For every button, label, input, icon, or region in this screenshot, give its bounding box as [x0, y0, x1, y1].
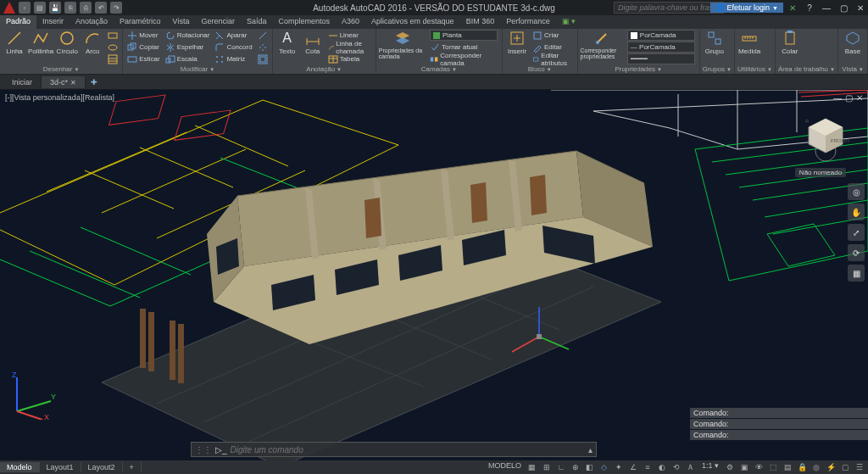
tab-saida[interactable]: Saída — [241, 15, 273, 29]
ortho-icon[interactable]: ∟ — [554, 461, 568, 473]
tab-anotacao[interactable]: Anotação — [70, 15, 114, 29]
texto-button[interactable]: ATexto — [275, 30, 299, 64]
customize-icon[interactable]: ☰ — [853, 461, 866, 473]
qat-open-icon[interactable]: ▤ — [34, 2, 46, 14]
base-button[interactable]: Base — [841, 30, 865, 64]
tab-file-active[interactable]: 3d-c* ✕ — [42, 76, 86, 88]
tab-vista[interactable]: Vista — [167, 15, 196, 29]
tab-aplicativos[interactable]: Aplicativos em destaque — [365, 15, 460, 29]
colar-button[interactable]: Colar — [778, 30, 802, 64]
qat-new-icon[interactable]: ▫ — [19, 2, 31, 14]
app-logo-icon[interactable] — [3, 2, 15, 14]
qat-saveas-icon[interactable]: ⎘ — [64, 2, 76, 14]
add-layout-button[interactable]: + — [123, 462, 142, 472]
tab-complementos[interactable]: Complementos — [273, 15, 337, 29]
polar-icon[interactable]: ⊕ — [569, 461, 582, 473]
close-button[interactable]: ✕ — [853, 1, 868, 14]
esticar-button[interactable]: Esticar — [125, 53, 161, 64]
mod-extra3-button[interactable] — [256, 53, 270, 64]
aparar-button[interactable]: Aparar — [213, 30, 253, 41]
mod-extra1-button[interactable] — [256, 30, 270, 41]
concord-button[interactable]: Concord — [213, 42, 253, 53]
lock-icon[interactable]: 🔒 — [795, 461, 809, 473]
minimize-button[interactable]: — — [819, 1, 834, 14]
help-search-input[interactable] — [614, 2, 724, 14]
hw-icon[interactable]: ⚡ — [824, 461, 837, 473]
layout-tab-2[interactable]: Layout2 — [81, 462, 123, 472]
linetype-combo[interactable]: ━━━━ — [627, 53, 695, 64]
snap-icon[interactable]: ⊞ — [540, 461, 554, 473]
tab-bim360[interactable]: BIM 360 — [460, 15, 501, 29]
transparency-icon[interactable]: ◐ — [655, 461, 669, 473]
help-icon[interactable]: ? — [802, 1, 817, 14]
copiar-button[interactable]: Copiar — [125, 42, 161, 53]
cycle-icon[interactable]: ⟲ — [670, 461, 683, 473]
cmd-expand-icon[interactable]: ▴ — [588, 445, 593, 454]
mod-extra2-button[interactable] — [256, 42, 270, 53]
add-tab-button[interactable]: ✚ — [86, 76, 103, 88]
nav-view-badge[interactable]: Não nomeado — [795, 168, 846, 177]
layout-tab-model[interactable]: Modelo — [0, 462, 40, 472]
scale-text[interactable]: 1:1 ▾ — [698, 461, 722, 473]
grid-icon[interactable]: ▦ — [526, 461, 539, 473]
orbit-icon[interactable]: ⟳ — [848, 244, 865, 261]
clean-icon[interactable]: ▢ — [838, 461, 852, 473]
color-combo[interactable]: PorCamada — [627, 30, 695, 41]
escala-button[interactable]: Escala — [164, 53, 212, 64]
pan-icon[interactable]: ✋ — [848, 204, 865, 220]
editar-atributos-button[interactable]: Editar atributos — [531, 53, 574, 64]
cota-button[interactable]: Cota — [301, 30, 325, 64]
tabela-button[interactable]: Tabela — [326, 53, 373, 64]
layer-combo[interactable]: Planta — [430, 30, 498, 41]
tab-expander-icon[interactable]: ▣ ▾ — [556, 15, 582, 29]
viewcube[interactable]: FRONTAL ⌂ — [802, 114, 849, 161]
exchange-icon[interactable]: ✕ — [785, 1, 800, 14]
otrack-icon[interactable]: ∠ — [626, 461, 640, 473]
matriz-button[interactable]: Matriz — [213, 53, 253, 64]
tab-performance[interactable]: Performance — [500, 15, 556, 29]
command-input[interactable] — [231, 445, 585, 454]
showmotion-icon[interactable]: ▦ — [848, 265, 865, 282]
login-button[interactable]: 👤Efetuar login▼ — [710, 3, 783, 13]
propriedades-camada-button[interactable]: Propriedades da camada — [379, 30, 426, 64]
annotation-icon[interactable]: Ａ — [684, 461, 698, 473]
workspace-icon[interactable]: ▣ — [737, 461, 751, 473]
ellipse-button[interactable] — [106, 42, 120, 53]
isolate-icon[interactable]: ◎ — [810, 461, 823, 473]
tab-gerenciar[interactable]: Gerenciar — [195, 15, 241, 29]
status-model-label[interactable]: MODELO — [485, 461, 525, 473]
osnap-icon[interactable]: ◇ — [598, 461, 611, 473]
quickprops-icon[interactable]: ▤ — [781, 461, 794, 473]
maximize-button[interactable]: ▢ — [836, 1, 851, 14]
chamada-button[interactable]: Linha de chamada — [326, 42, 373, 53]
zoom-icon[interactable]: ⤢ — [848, 224, 865, 241]
medida-button[interactable]: Medida — [737, 30, 761, 64]
qat-save-icon[interactable]: 💾 — [49, 2, 61, 14]
criar-button[interactable]: Criar — [531, 30, 574, 41]
circulo-button[interactable]: Círculo — [55, 30, 79, 64]
corresponder-camada-button[interactable]: Corresponder camada — [428, 53, 499, 64]
units-icon[interactable]: ⬚ — [766, 461, 780, 473]
lwt-icon[interactable]: ≡ — [641, 461, 654, 473]
arco-button[interactable]: Arco — [81, 30, 104, 64]
iso-icon[interactable]: ◧ — [583, 461, 597, 473]
qat-undo-icon[interactable]: ↶ — [95, 2, 107, 14]
polilinha-button[interactable]: Polilinha — [28, 30, 53, 64]
viewport[interactable]: [-][Vista personalizada][Realista] — ▢ ✕ — [0, 90, 868, 460]
lineweight-combo[interactable]: — PorCamada — [627, 42, 695, 53]
cmd-handle-icon[interactable]: ⋮⋮ — [195, 445, 212, 454]
espelhar-button[interactable]: Espelhar — [164, 42, 212, 53]
rect-button[interactable] — [106, 30, 120, 41]
linha-button[interactable]: Linha — [3, 30, 26, 64]
steering-wheel-icon[interactable]: ◎ — [848, 183, 865, 200]
home-icon[interactable]: ⌂ — [805, 118, 809, 123]
corresponder-propriedades-button[interactable]: Corresponder propriedades — [581, 30, 624, 64]
tab-padrao[interactable]: Padrão — [0, 15, 36, 29]
tab-parametrico[interactable]: Paramétrico — [114, 15, 167, 29]
layout-tab-1[interactable]: Layout1 — [40, 462, 81, 472]
3dosnap-icon[interactable]: ✦ — [612, 461, 626, 473]
annotationvis-icon[interactable]: 👁 — [752, 461, 765, 473]
tab-a360[interactable]: A360 — [336, 15, 365, 29]
tab-inserir[interactable]: Inserir — [36, 15, 70, 29]
grupo-button[interactable]: Grupo — [703, 30, 726, 64]
